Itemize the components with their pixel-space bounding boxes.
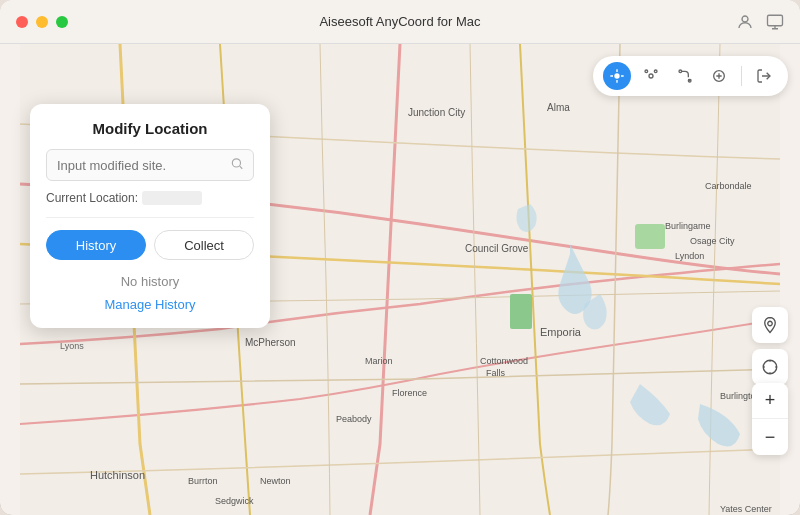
svg-point-29 — [645, 70, 648, 73]
route-button[interactable] — [671, 62, 699, 90]
svg-rect-1 — [768, 15, 783, 26]
map-side-controls — [752, 307, 788, 385]
svg-text:Emporia: Emporia — [540, 326, 582, 338]
window-title: Aiseesoft AnyCoord for Mac — [319, 14, 480, 29]
svg-point-31 — [679, 70, 682, 73]
search-input[interactable] — [46, 149, 254, 181]
export-button[interactable] — [750, 62, 778, 90]
svg-text:Yates Center: Yates Center — [720, 504, 772, 514]
joystick-button[interactable] — [705, 62, 733, 90]
zoom-in-button[interactable]: + — [752, 383, 788, 419]
locate-button[interactable] — [603, 62, 631, 90]
svg-text:McPherson: McPherson — [245, 337, 296, 348]
app-window: Aiseesoft AnyCoord for Mac — [0, 0, 800, 515]
svg-point-35 — [768, 321, 773, 326]
no-history-text: No history — [46, 274, 254, 289]
svg-text:Newton: Newton — [260, 476, 291, 486]
svg-text:Burlingame: Burlingame — [665, 221, 711, 231]
zoom-out-button[interactable]: − — [752, 419, 788, 455]
toolbar-separator — [741, 66, 742, 86]
svg-text:Lyons: Lyons — [60, 341, 84, 351]
svg-text:Osage City: Osage City — [690, 236, 735, 246]
svg-point-28 — [649, 74, 653, 78]
minimize-button[interactable] — [36, 16, 48, 28]
svg-text:Falls: Falls — [486, 368, 506, 378]
svg-rect-4 — [635, 224, 665, 249]
monitor-icon[interactable] — [766, 13, 784, 31]
svg-text:Council Grove: Council Grove — [465, 243, 529, 254]
map-toolbar — [593, 56, 788, 96]
svg-text:Sedgwick: Sedgwick — [215, 496, 254, 506]
svg-text:Peabody: Peabody — [336, 414, 372, 424]
maximize-button[interactable] — [56, 16, 68, 28]
svg-text:Florence: Florence — [392, 388, 427, 398]
svg-point-30 — [654, 70, 657, 73]
svg-text:Marion: Marion — [365, 356, 393, 366]
modify-location-panel: Modify Location Current Location: Histor… — [30, 104, 270, 328]
search-wrapper — [46, 149, 254, 181]
current-location-value — [142, 191, 202, 205]
svg-rect-3 — [510, 294, 532, 329]
map-zoom-controls: + − — [752, 383, 788, 455]
compass-button[interactable] — [752, 349, 788, 385]
tab-buttons: History Collect — [46, 230, 254, 260]
current-location-row: Current Location: — [46, 191, 254, 218]
person-icon[interactable] — [736, 13, 754, 31]
svg-text:Hutchinson: Hutchinson — [90, 469, 145, 481]
history-tab[interactable]: History — [46, 230, 146, 260]
svg-text:Carbondale: Carbondale — [705, 181, 752, 191]
current-location-label: Current Location: — [46, 191, 138, 205]
svg-point-27 — [614, 73, 619, 78]
search-icon — [230, 157, 244, 174]
collect-tab[interactable]: Collect — [154, 230, 254, 260]
close-button[interactable] — [16, 16, 28, 28]
svg-text:Alma: Alma — [547, 102, 570, 113]
location-pin-button[interactable] — [752, 307, 788, 343]
map-container[interactable]: Junction City Alma Abilene Carbondale Bu… — [0, 44, 800, 515]
svg-text:Junction City: Junction City — [408, 107, 465, 118]
panel-title: Modify Location — [46, 120, 254, 137]
titlebar-actions — [736, 13, 784, 31]
svg-text:Burrton: Burrton — [188, 476, 218, 486]
svg-point-37 — [232, 159, 240, 167]
svg-point-0 — [742, 16, 748, 22]
svg-text:Lyndon: Lyndon — [675, 251, 704, 261]
svg-text:Cottonwood: Cottonwood — [480, 356, 528, 366]
titlebar: Aiseesoft AnyCoord for Mac — [0, 0, 800, 44]
dot-mode-button[interactable] — [637, 62, 665, 90]
svg-point-36 — [763, 360, 777, 374]
manage-history-link[interactable]: Manage History — [46, 297, 254, 312]
traffic-lights — [16, 16, 68, 28]
